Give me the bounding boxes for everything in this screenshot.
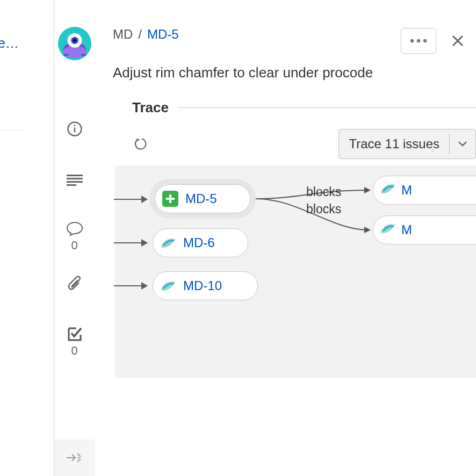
trace-node-partial[interactable]: M	[373, 176, 476, 205]
svg-rect-7	[81, 54, 86, 56]
breadcrumb-sep: /	[138, 27, 142, 42]
comments-icon[interactable]	[64, 218, 85, 240]
attachment-icon[interactable]	[64, 273, 85, 294]
node-key: MD-6	[183, 235, 215, 250]
svg-rect-13	[67, 181, 83, 183]
breadcrumb-issue[interactable]: MD-5	[147, 27, 179, 42]
more-actions-button[interactable]	[401, 28, 436, 54]
section-divider	[177, 107, 476, 108]
node-key: MD-10	[183, 278, 222, 293]
approvals-icon[interactable]	[64, 323, 85, 345]
chevron-down-icon[interactable]	[450, 141, 475, 147]
info-icon[interactable]	[64, 118, 85, 140]
relation-label: blocks	[306, 202, 341, 217]
leaf-icon	[380, 221, 396, 239]
truncated-link[interactable]: e…	[0, 35, 19, 51]
svg-point-16	[417, 39, 420, 42]
svg-rect-10	[74, 125, 75, 127]
main-panel: MD / MD-5 Adjust rim chamfer to clear un…	[95, 0, 476, 476]
section-label-trace: Trace	[113, 99, 177, 116]
leaf-icon	[380, 182, 396, 199]
svg-rect-14	[67, 184, 76, 186]
leaf-icon	[160, 234, 177, 251]
issue-title: Adjust rim chamfer to clear under procod…	[113, 64, 476, 81]
node-key-partial: M	[401, 222, 412, 237]
close-icon[interactable]	[447, 30, 468, 52]
svg-point-15	[410, 39, 414, 42]
trace-node-md-10[interactable]: MD-10	[153, 271, 258, 300]
avatar[interactable]	[58, 27, 91, 60]
incoming-arrow	[114, 285, 147, 286]
svg-rect-11	[67, 175, 83, 176]
breadcrumb-project[interactable]: MD	[113, 27, 133, 42]
sidebar: 0 0	[54, 0, 95, 476]
trace-graph: MD-5 MD-6 MD-10 blocks blocks	[115, 165, 476, 378]
svg-rect-9	[74, 128, 75, 133]
incoming-arrow	[114, 242, 147, 243]
description-icon[interactable]	[64, 170, 85, 191]
incoming-arrow	[114, 199, 147, 200]
leaf-icon	[160, 277, 177, 294]
trace-issues-button[interactable]: Trace 11 issues	[338, 129, 476, 159]
node-key: MD-5	[185, 191, 217, 206]
refresh-icon[interactable]	[133, 135, 150, 153]
plus-icon	[162, 190, 179, 207]
trace-node-partial[interactable]: M	[373, 215, 476, 244]
trace-node-md-5[interactable]: MD-5	[155, 184, 250, 213]
trace-node-md-6[interactable]: MD-6	[153, 228, 248, 257]
node-key-partial: M	[401, 183, 412, 198]
svg-point-17	[423, 39, 427, 42]
left-divider	[0, 130, 26, 131]
svg-rect-12	[67, 178, 83, 179]
comments-count: 0	[71, 239, 77, 253]
svg-point-5	[73, 39, 76, 42]
trace-issues-label: Trace 11 issues	[339, 136, 449, 152]
svg-rect-6	[63, 54, 68, 56]
relation-label: blocks	[306, 185, 341, 199]
collapse-panel-button[interactable]	[54, 439, 95, 476]
approvals-count: 0	[71, 344, 77, 358]
